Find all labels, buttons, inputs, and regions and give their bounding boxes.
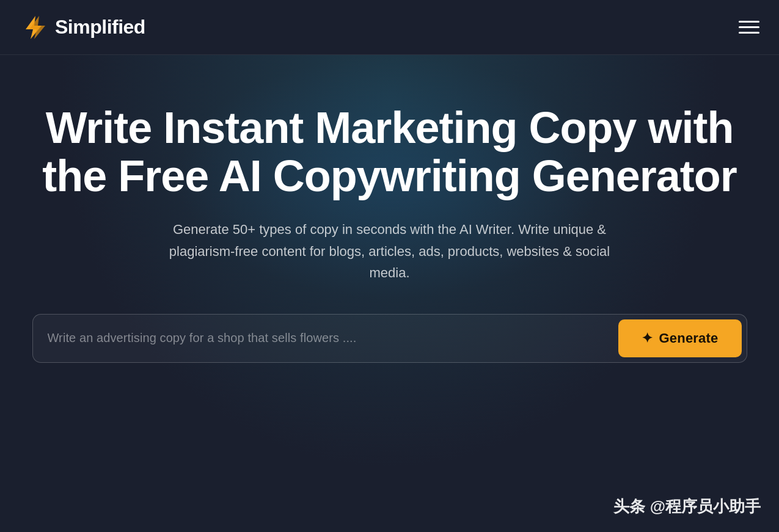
magic-wand-icon: ✦ [642,330,653,346]
generate-button[interactable]: ✦ Generate [618,319,741,357]
hamburger-line-1 [739,21,759,23]
logo-area[interactable]: Simplified [20,13,145,42]
search-input[interactable] [48,331,619,345]
hamburger-line-2 [739,26,759,28]
logo-text: Simplified [55,16,145,38]
search-bar-container: ✦ Generate [32,314,747,363]
watermark: 头条 @程序员小助手 [613,496,761,517]
main-content: Write Instant Marketing Copy with the Fr… [0,55,779,532]
hero-title: Write Instant Marketing Copy with the Fr… [38,104,741,200]
hamburger-line-3 [739,32,759,34]
hero-subtitle: Generate 50+ types of copy in seconds wi… [152,219,628,283]
logo-icon [20,13,48,42]
hamburger-menu-button[interactable] [739,21,759,34]
generate-label: Generate [659,330,719,346]
header: Simplified [0,0,779,55]
